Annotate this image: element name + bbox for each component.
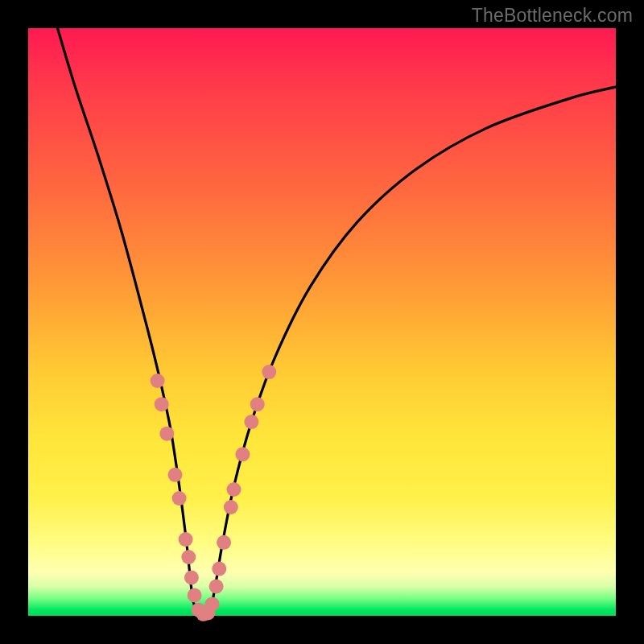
highlight-dot — [235, 447, 250, 461]
highlight-dot — [184, 571, 199, 585]
watermark-text: TheBottleneck.com — [472, 5, 633, 27]
highlight-dots — [151, 365, 277, 621]
highlight-dot — [227, 482, 242, 497]
highlight-dot — [155, 397, 169, 411]
chart-frame: TheBottleneck.com — [0, 0, 644, 644]
highlight-dot — [250, 397, 265, 411]
highlight-dot — [224, 500, 238, 514]
highlight-dot — [181, 550, 196, 564]
highlight-dot — [244, 415, 258, 429]
highlight-dot — [172, 491, 187, 506]
highlight-dot — [205, 597, 220, 611]
chart-plot-area — [28, 28, 616, 616]
highlight-dot — [217, 535, 231, 550]
highlight-dot — [209, 580, 224, 594]
highlight-dot — [151, 374, 165, 388]
highlight-dot — [188, 588, 202, 603]
chart-svg — [28, 28, 616, 616]
highlight-dot — [159, 427, 174, 441]
highlight-dot — [262, 365, 276, 379]
highlight-dot — [179, 532, 193, 547]
highlight-dot — [168, 468, 183, 482]
highlight-dot — [212, 562, 226, 576]
bottleneck-curve — [58, 28, 617, 617]
